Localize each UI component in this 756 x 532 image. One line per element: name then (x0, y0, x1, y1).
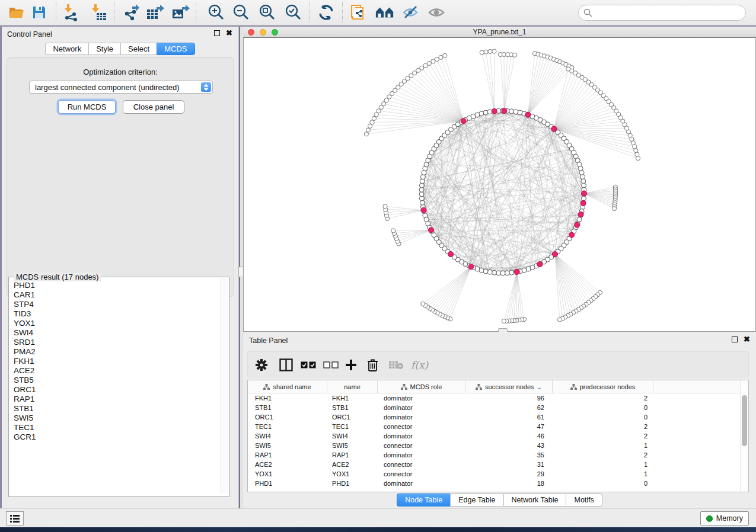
table-row[interactable]: FKH1FKH1dominator962 (248, 393, 740, 403)
memory-label: Memory (716, 514, 743, 523)
control-panel: Control Panel ✖ Network Style Select MCD… (2, 27, 239, 508)
list-item[interactable]: STP4 (9, 300, 218, 309)
close-panel-button[interactable]: Close panel (123, 100, 184, 114)
list-item[interactable]: ORC1 (9, 385, 218, 395)
zoom-selected-icon[interactable] (283, 3, 303, 22)
save-icon[interactable] (29, 3, 49, 22)
list-item[interactable]: STB5 (9, 376, 218, 385)
table-row[interactable]: ORC1ORC1dominator610 (248, 412, 740, 422)
list-item[interactable]: YOX1 (9, 319, 218, 328)
memory-button[interactable]: Memory (700, 511, 749, 525)
zoom-in-icon[interactable] (206, 3, 226, 22)
table-scrollbar[interactable] (740, 380, 748, 492)
table-row[interactable]: PHD1PHD1dominator180 (248, 479, 740, 488)
list-item[interactable]: ACE2 (9, 366, 218, 376)
column-header-name[interactable]: name (327, 380, 378, 393)
tab-select[interactable]: Select (120, 43, 157, 55)
table-row[interactable]: SWI4SWI4dominator462 (248, 431, 740, 441)
table-cell: 61 (465, 412, 553, 422)
mcds-scrollbar[interactable] (221, 278, 228, 493)
tab-network[interactable]: Network (45, 43, 88, 55)
columns-icon[interactable] (279, 357, 293, 373)
export-table-icon[interactable] (145, 3, 165, 22)
column-header-successor-nodes[interactable]: successor nodes ⌄ (465, 380, 553, 393)
float-panel-icon[interactable] (214, 30, 220, 36)
table-cell: 47 (465, 422, 553, 431)
table-cell: 2 (553, 393, 653, 403)
table-row[interactable]: TEC1TEC1connector472 (248, 422, 740, 431)
table-cell: 29 (465, 469, 553, 479)
list-item[interactable]: SWI4 (9, 328, 218, 338)
open-file-icon[interactable] (7, 3, 27, 22)
column-header-shared-name[interactable]: shared name (248, 380, 327, 393)
close-panel-icon[interactable]: ✖ (744, 336, 750, 342)
refresh-icon[interactable] (316, 3, 336, 22)
tab-mcds[interactable]: MCDS (157, 43, 194, 55)
list-item[interactable]: GCR1 (9, 432, 218, 442)
list-item[interactable]: SRD1 (9, 338, 218, 347)
delete-icon[interactable] (367, 357, 378, 373)
run-mcds-button[interactable]: Run MCDS (58, 100, 116, 114)
table-cell: 2 (553, 431, 653, 441)
table-cell: 18 (465, 479, 553, 488)
tab-node-table[interactable]: Node Table (397, 493, 450, 507)
list-item[interactable]: TEC1 (9, 423, 218, 432)
search-box (578, 5, 746, 21)
table-row[interactable]: RAP1RAP1dominator352 (248, 450, 740, 460)
select-all-icon[interactable] (301, 357, 316, 373)
table-row[interactable]: STB1STB1dominator620 (248, 403, 740, 412)
tab-motifs[interactable]: Motifs (566, 493, 602, 507)
table-cell: 31 (465, 460, 553, 469)
float-panel-icon[interactable] (732, 336, 738, 342)
list-item[interactable]: CAR1 (9, 290, 218, 300)
optimization-criterion-select[interactable]: largest connected component (undirected) (29, 81, 213, 94)
show-all-networks-icon[interactable] (375, 3, 395, 22)
table-toolbar: f(x) (247, 351, 749, 377)
table-cell: connector (378, 460, 465, 469)
table-cell: RAP1 (248, 450, 327, 460)
tab-style[interactable]: Style (88, 43, 120, 55)
table-cell: YOX1 (248, 469, 327, 479)
export-network-icon[interactable] (122, 3, 142, 22)
task-history-button[interactable] (6, 511, 24, 525)
export-image-icon[interactable] (171, 3, 191, 22)
tab-edge-table[interactable]: Edge Table (450, 493, 503, 507)
attribute-type-icon (476, 384, 482, 390)
scrollbar-thumb[interactable] (742, 395, 747, 446)
network-window-title: YPA_prune.txt_1 (243, 28, 756, 36)
column-header-predecessor-nodes[interactable]: predecessor nodes (553, 380, 653, 393)
duplicate-network-icon[interactable] (349, 3, 369, 22)
import-table-icon[interactable] (88, 3, 109, 22)
network-canvas[interactable] (243, 37, 756, 332)
table-row[interactable]: YOX1YOX1connector291 (248, 469, 740, 479)
add-column-icon[interactable] (345, 357, 357, 373)
list-item[interactable]: RAP1 (9, 395, 218, 404)
list-item[interactable]: SWI5 (9, 414, 218, 423)
list-item[interactable]: TID3 (9, 309, 218, 319)
table-panel: Table Panel ✖ f(x) (243, 332, 756, 508)
list-item[interactable]: PMA2 (9, 347, 218, 357)
attribute-type-icon (570, 384, 577, 390)
optimization-criterion-label: Optimization criterion: (7, 68, 234, 76)
table-cell: ORC1 (327, 412, 378, 422)
list-item[interactable]: PHD1 (9, 281, 218, 290)
hide-selected-icon[interactable] (401, 3, 421, 22)
column-header-mcds-role[interactable]: MCDS role (378, 380, 465, 393)
import-network-icon[interactable] (61, 3, 81, 22)
gear-icon[interactable] (255, 357, 268, 373)
list-item[interactable]: FKH1 (9, 357, 218, 366)
network-titlebar[interactable]: YPA_prune.txt_1 (243, 27, 756, 37)
node-table-body: FKH1FKH1dominator962STB1STB1dominator620… (248, 393, 740, 488)
zoom-out-icon[interactable] (231, 3, 251, 22)
list-item[interactable]: STB1 (9, 404, 218, 414)
deselect-all-icon[interactable] (323, 357, 339, 373)
search-input[interactable] (578, 5, 746, 21)
tab-network-table[interactable]: Network Table (503, 493, 566, 507)
close-panel-icon[interactable]: ✖ (226, 30, 232, 36)
sort-desc-icon: ⌄ (537, 384, 542, 390)
table-row[interactable]: SWI5SWI5connector431 (248, 441, 740, 450)
zoom-fit-icon[interactable] (257, 3, 277, 22)
show-selected-icon[interactable] (426, 3, 446, 22)
table-cell: 62 (465, 403, 553, 412)
table-row[interactable]: ACE2ACE2connector311 (248, 460, 740, 469)
